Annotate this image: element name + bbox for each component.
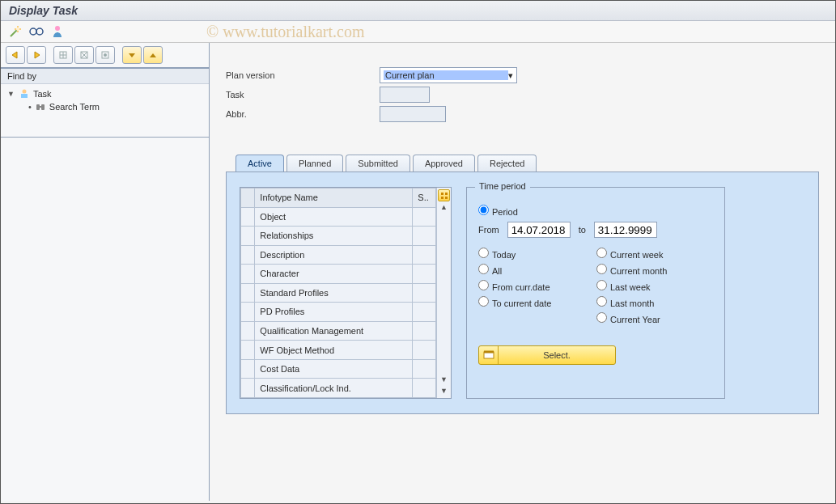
nav-collapse-button[interactable] [143, 46, 163, 64]
select-icon [479, 346, 499, 364]
infotype-table-wrap: Infotype Name S.. Object Relationships D… [240, 187, 452, 399]
plan-version-select[interactable]: Current plan ▾ [380, 67, 517, 83]
nav-back-button[interactable] [6, 46, 25, 64]
radio-period[interactable]: Period [478, 205, 592, 217]
svg-point-8 [23, 90, 27, 94]
title-bar: Display Task [1, 1, 835, 21]
field-plan-version: Plan version Current plan ▾ [226, 67, 819, 83]
tab-active[interactable]: Active [236, 155, 284, 172]
table-row[interactable]: Relationships [241, 227, 436, 246]
task-label: Task [226, 90, 380, 100]
plan-version-label: Plan version [226, 70, 380, 80]
page-title: Display Task [9, 4, 78, 17]
nav-toolbar [1, 43, 209, 69]
table-row[interactable]: Qualification Management [241, 321, 436, 341]
svg-rect-15 [441, 197, 443, 199]
time-period-group: Time period Period From to Today Current… [466, 187, 725, 399]
task-input[interactable] [380, 87, 430, 103]
table-row[interactable]: Standard Profiles [241, 283, 436, 303]
tab-planned[interactable]: Planned [286, 155, 343, 172]
tab-submitted[interactable]: Submitted [346, 155, 410, 172]
glasses-icon[interactable] [28, 24, 45, 39]
table-scrollbar[interactable]: ▲ ▼ ▼ [436, 188, 451, 398]
col-s[interactable]: S.. [413, 188, 436, 208]
scroll-up-icon[interactable]: ▲ [439, 201, 449, 213]
radio-last-week[interactable]: Last week [596, 280, 710, 292]
chevron-down-icon: ▾ [508, 70, 513, 81]
person-icon[interactable] [49, 24, 66, 39]
radio-current-year[interactable]: Current Year [596, 312, 710, 324]
caret-down-icon: ▼ [7, 90, 15, 98]
app-toolbar [1, 21, 835, 43]
radio-current-week[interactable]: Current week [596, 248, 710, 260]
tree-child-search-term[interactable]: • Search Term [6, 100, 204, 113]
tab-panel: Infotype Name S.. Object Relationships D… [226, 172, 819, 414]
svg-rect-14 [445, 193, 448, 195]
svg-point-1 [30, 28, 36, 35]
table-row[interactable]: Object [241, 207, 436, 227]
scroll-down2-icon[interactable]: ▼ [439, 385, 449, 396]
radio-to-current-date[interactable]: To current date [478, 296, 592, 308]
tree-root-task[interactable]: ▼ Task [6, 87, 204, 100]
radio-from-curr-date[interactable]: From curr.date [478, 280, 592, 292]
nav-forward-button[interactable] [27, 46, 46, 64]
nav-tool1-button[interactable] [53, 46, 73, 64]
to-date-input[interactable] [594, 222, 657, 238]
abbr-label: Abbr. [226, 109, 380, 119]
radio-current-month[interactable]: Current month [596, 264, 710, 276]
wand-icon[interactable] [7, 24, 23, 39]
table-settings-icon[interactable] [438, 189, 450, 201]
row-selector-header[interactable] [241, 188, 255, 208]
radio-today[interactable]: Today [478, 248, 592, 260]
tree-child-label: Search Term [49, 102, 100, 112]
content-area: Plan version Current plan ▾ Task Abbr. A… [210, 43, 835, 501]
bullet-icon: • [28, 102, 32, 112]
sidebar: Find by ▼ Task • Search Term [1, 43, 210, 501]
scroll-down-icon[interactable]: ▼ [439, 374, 449, 385]
table-row[interactable]: Character [241, 265, 436, 284]
nav-tree: ▼ Task • Search Term [1, 84, 209, 138]
select-button-label: Select. [499, 350, 615, 360]
field-task: Task [226, 87, 819, 103]
main-area: Find by ▼ Task • Search Term Plan versio… [1, 43, 835, 501]
svg-rect-13 [441, 193, 443, 195]
table-row[interactable]: PD Profiles [241, 303, 436, 322]
tabstrip: Active Planned Submitted Approved Reject… [226, 155, 819, 172]
radio-last-month[interactable]: Last month [596, 296, 710, 308]
tree-root-label: Task [33, 89, 52, 99]
plan-version-value: Current plan [384, 70, 508, 80]
findby-header: Find by [1, 69, 209, 84]
table-row[interactable]: Description [241, 245, 436, 265]
table-row[interactable]: WF Object Method [241, 341, 436, 360]
task-node-icon [19, 88, 30, 100]
table-row[interactable]: Classification/Lock Ind. [241, 379, 436, 398]
nav-expand-button[interactable] [122, 46, 142, 64]
table-row[interactable]: Cost Data [241, 359, 436, 379]
from-label: From [478, 225, 499, 235]
tab-approved[interactable]: Approved [413, 155, 475, 172]
nav-tool3-button[interactable] [95, 46, 115, 64]
svg-point-7 [104, 53, 107, 57]
infotype-table: Infotype Name S.. Object Relationships D… [240, 188, 436, 398]
svg-rect-16 [445, 197, 448, 199]
col-infotype-name[interactable]: Infotype Name [255, 188, 413, 208]
to-label: to [579, 225, 586, 235]
tab-rejected[interactable]: Rejected [477, 155, 537, 172]
time-period-title: Time period [475, 181, 530, 191]
svg-point-2 [36, 28, 43, 35]
svg-point-0 [16, 28, 19, 31]
svg-point-3 [55, 26, 60, 31]
svg-rect-12 [39, 106, 42, 108]
from-to-row: From to [478, 222, 713, 238]
svg-rect-9 [21, 94, 28, 98]
binoculars-icon [35, 101, 46, 112]
nav-tool2-button[interactable] [74, 46, 94, 64]
field-abbr: Abbr. [226, 106, 819, 122]
select-button[interactable]: Select. [478, 345, 616, 365]
radio-all[interactable]: All [478, 264, 592, 276]
abbr-input[interactable] [380, 106, 446, 122]
from-date-input[interactable] [507, 222, 571, 238]
